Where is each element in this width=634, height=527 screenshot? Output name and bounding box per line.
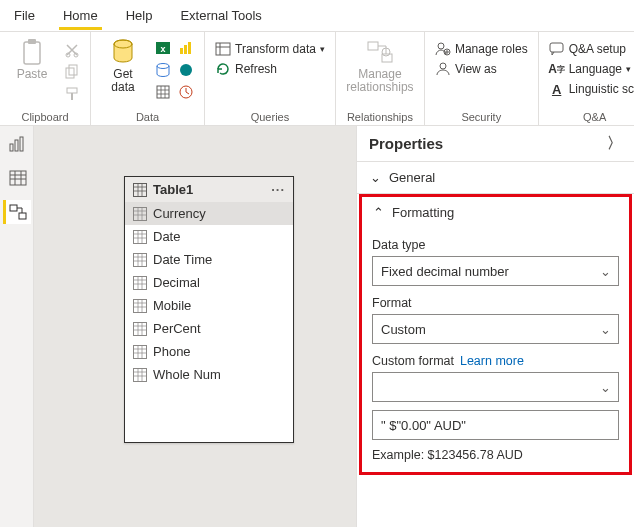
table-column-row[interactable]: Currency [125,202,293,225]
svg-rect-31 [19,213,26,219]
svg-rect-16 [157,86,169,98]
svg-rect-12 [184,45,187,54]
table-card-spacer [125,386,293,442]
main-area: Table1 ··· CurrencyDateDate TimeDecimalM… [0,126,634,527]
svg-rect-11 [180,48,183,54]
properties-pane: Properties 〉 ⌄ General ⌃ Formatting Data… [356,126,634,527]
transform-label: Transform data [235,42,316,56]
svg-point-24 [440,63,446,69]
svg-point-15 [180,64,192,76]
get-data-button[interactable]: Get data [99,36,147,94]
enter-data-icon[interactable] [153,82,173,102]
column-name: Mobile [153,298,191,313]
properties-header: Properties 〉 [357,126,634,161]
clipboard-icon [18,38,46,66]
svg-rect-0 [24,42,40,64]
column-icon [133,207,147,221]
tab-help[interactable]: Help [112,2,167,29]
dataverse-icon[interactable] [176,60,196,80]
model-view-button[interactable] [3,200,31,224]
format-painter-icon[interactable] [62,84,82,104]
table-column-row[interactable]: Date [125,225,293,248]
excel-source-icon[interactable]: x [153,38,173,58]
column-icon [133,276,147,290]
paste-button[interactable]: Paste [8,36,56,81]
ribbon-group-clipboard: Paste Clipboard [0,32,91,125]
report-view-icon [9,136,27,152]
expand-pane-icon[interactable]: 〉 [607,134,622,153]
table-column-row[interactable]: PerCent [125,317,293,340]
tab-home[interactable]: Home [49,2,112,29]
custom-format-example: Example: $123456.78 AUD [372,448,619,462]
formatting-section-highlight: ⌃ Formatting Data type Fixed decimal num… [359,194,632,475]
get-data-label: Get data [111,68,134,94]
svg-rect-34 [134,230,147,243]
relationships-icon [366,38,394,66]
qa-setup-label: Q&A setup [569,42,626,56]
report-view-button[interactable] [3,132,31,156]
format-select[interactable]: Custom [372,314,619,344]
language-button[interactable]: A字 Language ▾ [547,60,634,78]
tab-external-tools[interactable]: External Tools [166,2,275,29]
custom-format-select[interactable] [372,372,619,402]
data-type-select[interactable]: Fixed decimal number [372,256,619,286]
section-formatting-label: Formatting [392,205,454,220]
transform-data-button[interactable]: Transform data ▾ [213,40,327,58]
linguistic-schema-button[interactable]: A Linguistic sch [547,80,634,98]
table-column-row[interactable]: Decimal [125,271,293,294]
properties-title: Properties [369,135,443,152]
ribbon-group-relationships: Manage relationships Relationships [336,32,425,125]
column-icon [133,253,147,267]
qa-setup-button[interactable]: Q&A setup [547,40,634,58]
chevron-up-icon: ⌃ [372,205,384,220]
table-title: Table1 [153,182,193,197]
chevron-down-icon: ⌄ [369,170,381,185]
manage-roles-button[interactable]: Manage roles [433,40,530,58]
section-formatting[interactable]: ⌃ Formatting [372,197,619,228]
table-column-row[interactable]: Whole Num [125,363,293,386]
cut-icon[interactable] [62,40,82,60]
svg-rect-35 [134,253,147,266]
tab-file[interactable]: File [0,2,49,29]
custom-format-input[interactable] [372,410,619,440]
svg-rect-33 [134,207,147,220]
data-view-button[interactable] [3,166,31,190]
table-column-row[interactable]: Phone [125,340,293,363]
table-card[interactable]: Table1 ··· CurrencyDateDate TimeDecimalM… [124,176,294,443]
group-label-data: Data [99,109,196,123]
column-name: Whole Num [153,367,221,382]
custom-format-label: Custom format Learn more [372,354,619,368]
refresh-label: Refresh [235,62,277,76]
table-menu-icon[interactable]: ··· [271,182,285,197]
table-card-header[interactable]: Table1 ··· [125,177,293,202]
svg-rect-36 [134,276,147,289]
pbi-dataset-icon[interactable] [176,38,196,58]
manage-roles-label: Manage roles [455,42,528,56]
model-canvas[interactable]: Table1 ··· CurrencyDateDate TimeDecimalM… [34,126,356,527]
sql-source-icon[interactable] [153,60,173,80]
refresh-button[interactable]: Refresh [213,60,327,78]
group-label-queries: Queries [213,109,327,123]
database-icon [109,38,137,66]
recent-sources-icon[interactable] [176,82,196,102]
manage-relationships-button[interactable]: Manage relationships [344,36,416,94]
copy-icon[interactable] [62,62,82,82]
table-column-row[interactable]: Date Time [125,248,293,271]
svg-point-22 [438,43,444,49]
language-icon: A字 [549,61,565,77]
paste-label: Paste [17,68,48,81]
column-name: Date [153,229,180,244]
column-name: Currency [153,206,206,221]
section-general[interactable]: ⌄ General [357,162,634,193]
svg-text:x: x [160,44,165,54]
column-icon [133,299,147,313]
table-column-row[interactable]: Mobile [125,294,293,317]
refresh-icon [215,61,231,77]
svg-rect-32 [134,183,147,196]
view-as-button[interactable]: View as [433,60,530,78]
column-icon [133,230,147,244]
learn-more-link[interactable]: Learn more [460,354,524,368]
group-label-clipboard: Clipboard [8,109,82,123]
ribbon-group-queries: Transform data ▾ Refresh Queries [205,32,336,125]
transform-icon [215,41,231,57]
